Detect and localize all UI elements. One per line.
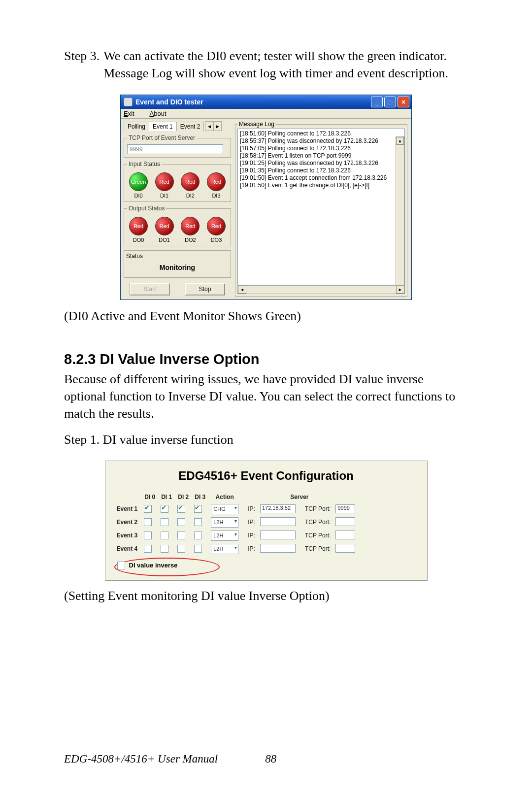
- tcp-port-input[interactable]: [335, 517, 355, 526]
- di-value-inverse-label: DI value inverse: [129, 562, 178, 569]
- event-tabs: Polling Event 1 Event 2 ◄ ►: [124, 121, 231, 132]
- log-line: [19:01:50] Event 1 accept connection fro…: [240, 174, 402, 182]
- log-horizontal-scrollbar[interactable]: ◄ ►: [237, 285, 405, 294]
- window-titlebar[interactable]: Event and DIO tester _ □ ×: [121, 95, 411, 109]
- action-select[interactable]: CHG: [211, 504, 238, 514]
- screenshot-1-caption: (DI0 Active and Event Monitor Shows Gree…: [64, 309, 468, 324]
- tcp-port-legend: TCP Port of Event Server: [127, 134, 197, 141]
- di2-checkbox[interactable]: [177, 518, 185, 526]
- di-value-inverse-checkbox[interactable]: [117, 562, 125, 569]
- di0-checkbox[interactable]: [144, 518, 152, 526]
- message-log-textarea[interactable]: [18:51:00] Polling connect to 172.18.3.2…: [237, 129, 405, 285]
- start-button[interactable]: Start: [130, 283, 170, 296]
- tcp-port-label: TCP Port:: [298, 529, 333, 542]
- tab-event-2[interactable]: Event 2: [176, 122, 204, 131]
- ip-label: IP:: [241, 502, 258, 516]
- step-3: Step 3. We can activate the DI0 event; t…: [64, 47, 468, 82]
- tab-event-1[interactable]: Event 1: [149, 122, 177, 131]
- di-value-inverse-option[interactable]: DI value inverse: [114, 560, 185, 571]
- footer-page-number: 88: [265, 753, 276, 765]
- app-icon: [124, 98, 133, 106]
- di2-checkbox[interactable]: [177, 545, 185, 553]
- status-group: Status Monitoring: [124, 250, 231, 278]
- event-row-4: Event 4L2HIP:TCP Port:: [114, 542, 358, 556]
- di2-checkbox[interactable]: [177, 531, 185, 539]
- section-heading: 8.2.3 DI Value Inverse Option: [64, 351, 468, 367]
- tcp-port-input[interactable]: 9999: [335, 504, 355, 513]
- menu-exit[interactable]: Exit: [124, 110, 141, 117]
- output-do1: RedDO1: [153, 217, 176, 243]
- input-status-group: Input Status GreenDI0RedDI1RedDI2RedDI3: [124, 161, 231, 202]
- input-indicator-di0: Green: [129, 172, 148, 191]
- scroll-up-icon[interactable]: ▲: [396, 137, 404, 145]
- action-select[interactable]: L2H: [211, 517, 238, 528]
- ip-input[interactable]: [260, 531, 296, 539]
- close-button[interactable]: ×: [398, 97, 409, 107]
- output-do2: RedDO2: [179, 217, 201, 243]
- input-label-di3: DI3: [205, 193, 228, 199]
- footer-manual-title: EDG-4508+/4516+ User Manual: [64, 753, 218, 765]
- di0-checkbox[interactable]: [144, 545, 152, 553]
- di1-checkbox[interactable]: [161, 518, 168, 526]
- di0-checkbox[interactable]: [144, 505, 152, 513]
- input-di0: GreenDI0: [127, 172, 150, 199]
- tcp-port-label: TCP Port:: [298, 502, 333, 516]
- input-indicator-di3: Red: [207, 172, 226, 191]
- col-action: Action: [208, 494, 241, 502]
- action-select[interactable]: L2H: [211, 544, 238, 554]
- ip-input[interactable]: [260, 544, 296, 553]
- stop-button[interactable]: Stop: [185, 283, 225, 296]
- di3-checkbox[interactable]: [194, 505, 202, 513]
- tcp-port-label: TCP Port:: [298, 542, 333, 556]
- di1-checkbox[interactable]: [161, 531, 168, 539]
- tcp-port-input[interactable]: [335, 531, 355, 539]
- tab-scroll-left[interactable]: ◄: [205, 121, 213, 131]
- di3-checkbox[interactable]: [194, 531, 202, 539]
- di1-checkbox[interactable]: [161, 545, 168, 553]
- event-row-3: Event 3L2HIP:TCP Port:: [114, 529, 358, 542]
- output-label-do1: DO1: [153, 237, 176, 243]
- di3-checkbox[interactable]: [194, 518, 202, 526]
- menu-about[interactable]: About: [150, 110, 173, 117]
- input-di1: RedDI1: [153, 172, 176, 199]
- window-title: Event and DIO tester: [135, 98, 371, 106]
- output-label-do2: DO2: [179, 237, 201, 243]
- minimize-button[interactable]: _: [371, 97, 383, 107]
- input-status-legend: Input Status: [127, 161, 162, 167]
- tab-scroll-right[interactable]: ►: [213, 121, 222, 131]
- screenshot-2-caption: (Setting Event monitoring DI value Inver…: [64, 589, 468, 603]
- di0-checkbox[interactable]: [144, 531, 152, 539]
- ip-label: IP:: [241, 516, 258, 529]
- cfg-title: EDG4516+ Event Configuration: [114, 465, 418, 494]
- log-line: [18:55:37] Polling was disconnected by 1…: [240, 137, 402, 145]
- status-text: Monitoring: [126, 261, 229, 274]
- tab-polling[interactable]: Polling: [124, 122, 149, 131]
- input-di3: RedDI3: [205, 172, 228, 199]
- col-di2: DI 2: [175, 494, 192, 502]
- di1-checkbox[interactable]: [161, 505, 168, 513]
- scroll-left-icon[interactable]: ◄: [238, 286, 246, 294]
- step-1-text: Step 1. DI value inverse function: [64, 431, 468, 448]
- tcp-port-input[interactable]: 9999: [127, 144, 223, 154]
- log-line: [19:01:35] Polling connect to 172.18.3.2…: [240, 167, 402, 174]
- di3-checkbox[interactable]: [194, 545, 202, 553]
- tcp-port-group: TCP Port of Event Server 9999: [124, 134, 231, 158]
- ip-input[interactable]: [260, 517, 296, 526]
- event-label: Event 4: [114, 542, 142, 556]
- log-vertical-scrollbar[interactable]: ▲: [396, 136, 404, 286]
- log-line: [18:51:00] Polling connect to 172.18.3.2…: [240, 130, 402, 137]
- step-3-text: We can activate the DI0 event; tester wi…: [103, 47, 468, 82]
- message-log-group: Message Log [18:51:00] Polling connect t…: [235, 121, 407, 297]
- action-select[interactable]: L2H: [211, 531, 238, 541]
- input-label-di0: DI0: [127, 193, 150, 199]
- maximize-button[interactable]: □: [384, 97, 396, 107]
- ip-input[interactable]: 172.18.3.52: [260, 504, 296, 513]
- tcp-port-input[interactable]: [335, 544, 355, 553]
- event-configuration-panel: EDG4516+ Event Configuration DI 0 DI 1 D…: [105, 461, 428, 581]
- di2-checkbox[interactable]: [177, 505, 185, 513]
- scroll-right-icon[interactable]: ►: [396, 286, 404, 294]
- event-label: Event 3: [114, 529, 142, 542]
- output-status-legend: Output Status: [127, 205, 166, 212]
- event-dio-tester-window: Event and DIO tester _ □ × Exit About Po…: [120, 95, 412, 300]
- input-indicator-di2: Red: [181, 172, 200, 191]
